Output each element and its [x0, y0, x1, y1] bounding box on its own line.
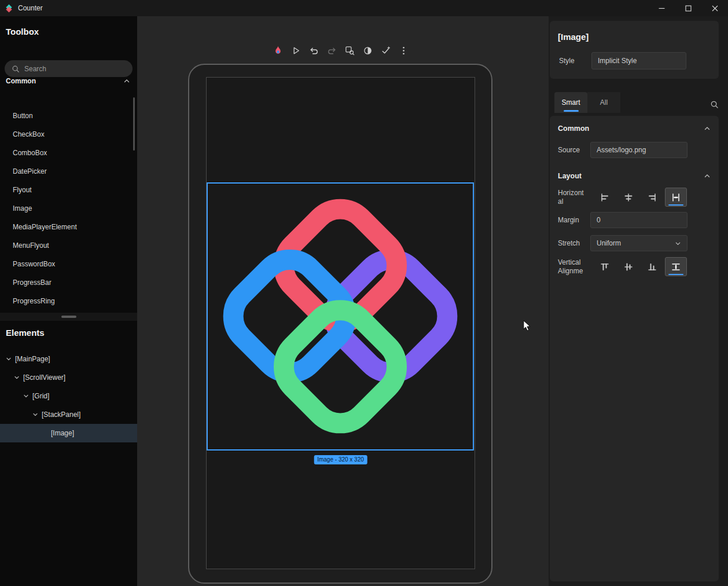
page-surface[interactable]: Image - 320 x 320 [206, 77, 475, 569]
chevron-up-icon [704, 173, 711, 180]
align-stretch-vertical-icon [671, 262, 681, 272]
vertical-alignment-label: Vertical Alignment [558, 258, 587, 276]
more-vertical-icon [398, 45, 409, 56]
undo-button[interactable] [307, 43, 321, 58]
selection-size-badge: Image - 320 x 320 [314, 455, 367, 464]
align-bottom-icon [648, 262, 657, 272]
play-button[interactable] [289, 43, 303, 58]
toolbox-item-combobox[interactable]: ComboBox [0, 144, 137, 162]
chevron-down-icon [14, 375, 20, 380]
selected-image-element[interactable] [207, 182, 474, 451]
toolbox-item-list: Button CheckBox ComboBox DatePicker Flyo… [0, 107, 137, 310]
toolbox-scrollbar[interactable] [133, 97, 135, 151]
stretch-value: Uniform [597, 239, 675, 247]
margin-input[interactable]: 0 [590, 212, 687, 228]
more-options-button[interactable] [396, 43, 410, 58]
left-sidebar: Toolbox Search Common Button CheckBox Co… [0, 16, 137, 586]
tab-smart-label: Smart [561, 98, 580, 107]
chevron-down-icon [6, 356, 12, 362]
section-layout-label: Layout [558, 172, 582, 180]
chevron-down-icon [32, 412, 38, 417]
align-vertical-bottom-button[interactable] [641, 257, 663, 276]
toolbox-item-button[interactable]: Button [0, 107, 137, 125]
search-icon [710, 100, 719, 109]
style-value: Implicit Style [598, 57, 637, 65]
toolbox-item-progressring[interactable]: ProgressRing [0, 292, 137, 310]
redo-icon [326, 45, 337, 56]
align-horizontal-center-button[interactable] [617, 188, 639, 207]
toolbox-item-passwordbox[interactable]: PasswordBox [0, 255, 137, 273]
window-controls [648, 0, 728, 16]
tree-item-image[interactable]: [Image] [0, 424, 137, 442]
horizontal-alignment-group [594, 188, 687, 207]
minimize-icon [659, 5, 665, 12]
toolbox-item-flyout[interactable]: Flyout [0, 181, 137, 199]
align-horizontal-right-button[interactable] [641, 188, 663, 207]
design-canvas[interactable]: Image - 320 x 320 [137, 16, 549, 586]
toolbox-item-progressbar[interactable]: ProgressBar [0, 273, 137, 292]
chevron-up-icon [704, 125, 711, 132]
validate-check-icon [380, 45, 391, 56]
align-right-icon [648, 193, 657, 202]
window-title: Counter [18, 4, 43, 12]
chevron-up-icon [123, 78, 130, 85]
active-tab-underline [564, 110, 579, 112]
margin-label: Margin [558, 216, 579, 224]
align-top-icon [600, 262, 609, 272]
properties-search-button[interactable] [706, 96, 722, 113]
inspect-element-button[interactable] [343, 43, 356, 58]
vertical-alignment-group [594, 257, 687, 276]
hot-design-flame-button[interactable] [271, 43, 285, 58]
tab-all[interactable]: All [587, 92, 620, 113]
app-logo-image [209, 185, 472, 448]
maximize-button[interactable] [675, 0, 701, 16]
align-vertical-stretch-button[interactable] [665, 257, 687, 276]
tab-all-label: All [600, 98, 608, 107]
close-icon [712, 5, 718, 12]
align-stretch-horizontal-icon [671, 193, 681, 202]
toolbox-item-mediaplayerelement[interactable]: MediaPlayerElement [0, 218, 137, 236]
panel-splitter[interactable] [0, 313, 137, 321]
align-vertical-top-button[interactable] [594, 257, 616, 276]
theme-toggle-icon [362, 45, 373, 56]
section-layout-header[interactable]: Layout [558, 168, 711, 184]
tree-item-label: [Image] [51, 429, 74, 437]
stretch-label: Stretch [558, 239, 580, 247]
align-middle-icon [624, 262, 633, 272]
toolbox-item-datepicker[interactable]: DatePicker [0, 162, 137, 181]
section-common-label: Common [558, 124, 589, 133]
minimize-button[interactable] [648, 0, 675, 16]
align-vertical-center-button[interactable] [617, 257, 639, 276]
section-common-header[interactable]: Common [558, 120, 711, 137]
theme-toggle-button[interactable] [361, 43, 374, 58]
mouse-cursor [523, 320, 532, 332]
style-input[interactable]: Implicit Style [591, 52, 686, 69]
tree-item-stackpanel[interactable]: [StackPanel] [0, 405, 137, 424]
align-center-icon [624, 193, 633, 202]
inspect-element-icon [344, 45, 355, 56]
align-horizontal-stretch-button[interactable] [665, 188, 687, 207]
inspector-tabs: Smart All [554, 92, 722, 113]
toolbox-section-label: Common [6, 77, 36, 85]
align-horizontal-left-button[interactable] [594, 188, 616, 207]
selected-element-card: [Image] Style Implicit Style [550, 21, 719, 79]
toolbox-item-image[interactable]: Image [0, 199, 137, 218]
tree-item-label: [StackPanel] [42, 411, 80, 419]
source-input[interactable]: Assets/logo.png [590, 142, 687, 158]
design-toolbar [271, 42, 410, 59]
toolbox-item-menuflyout[interactable]: MenuFlyout [0, 236, 137, 255]
tree-item-label: [MainPage] [15, 355, 50, 363]
tab-smart[interactable]: Smart [554, 92, 587, 113]
validate-button[interactable] [378, 43, 392, 58]
tree-item-mainpage[interactable]: [MainPage] [0, 350, 137, 368]
close-button[interactable] [701, 0, 728, 16]
margin-value: 0 [597, 216, 601, 224]
tree-item-scrollviewer[interactable]: [ScrollViewer] [0, 368, 137, 387]
toolbox-item-checkbox[interactable]: CheckBox [0, 125, 137, 144]
redo-button[interactable] [325, 43, 339, 58]
maximize-icon [685, 5, 692, 12]
tree-item-grid[interactable]: [Grid] [0, 387, 137, 405]
toolbox-common-header[interactable]: Common [6, 72, 130, 90]
stretch-select[interactable]: Uniform [590, 235, 687, 251]
play-icon [291, 45, 302, 56]
